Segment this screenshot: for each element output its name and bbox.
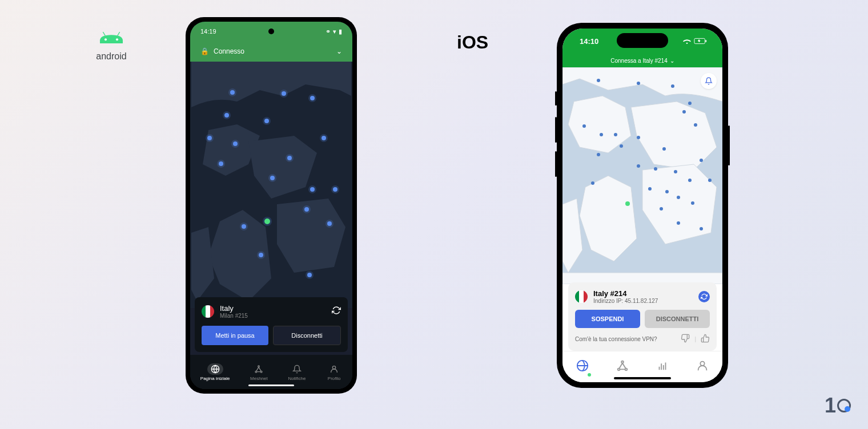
- svg-line-2: [103, 32, 105, 36]
- android-gesture-handle[interactable]: [248, 385, 294, 386]
- nav-home[interactable]: [576, 359, 589, 374]
- ios-location-card: Italy #214 Indirizzo IP: 45.11.82.127 SO…: [568, 282, 717, 351]
- android-robot-icon: [91, 27, 131, 50]
- ios-device: 14:10 Connessa a Italy #214 ⌄: [557, 23, 728, 388]
- refresh-icon[interactable]: [332, 306, 341, 317]
- android-bottom-nav: Pagina iniziale Meshnet Notifiche Profil…: [190, 355, 352, 389]
- location-ip: Indirizzo IP: 45.11.82.127: [593, 298, 658, 304]
- nav-home[interactable]: Pagina iniziale: [200, 363, 230, 381]
- europe-map-dark: [190, 62, 352, 308]
- location-server: Milan #215: [220, 313, 248, 319]
- italy-flag-icon: [202, 305, 214, 318]
- svg-point-0: [105, 38, 107, 41]
- italy-flag-icon: [575, 290, 588, 303]
- connected-label: Connesso: [214, 47, 244, 55]
- nav-profile[interactable]: Profilo: [326, 363, 342, 381]
- refresh-icon[interactable]: [698, 291, 710, 302]
- svg-line-22: [620, 363, 623, 368]
- globe-icon: [211, 365, 220, 374]
- europe-map-light: [562, 67, 722, 284]
- location-country: Italy: [220, 304, 248, 313]
- android-logo: android: [91, 27, 131, 62]
- svg-point-8: [255, 371, 257, 373]
- nav-profile[interactable]: [696, 359, 709, 374]
- android-map[interactable]: [190, 62, 352, 308]
- battery-icon: [694, 38, 708, 44]
- profile-icon: [329, 365, 339, 374]
- watermark: 1: [825, 394, 851, 418]
- svg-point-21: [625, 369, 628, 371]
- chevron-down-icon: ⌄: [670, 58, 674, 64]
- wifi-icon: ▾: [333, 28, 336, 35]
- vpn-icon: ⚭: [326, 28, 331, 35]
- svg-line-11: [259, 367, 261, 371]
- disconnect-button[interactable]: Disconnetti: [273, 326, 341, 345]
- svg-point-1: [116, 38, 118, 41]
- svg-point-20: [618, 369, 620, 371]
- location-server: Italy #214: [593, 289, 658, 298]
- pause-button[interactable]: SOSPENDI: [575, 310, 640, 328]
- thumbs-down-icon[interactable]: [681, 334, 690, 344]
- android-location-card: Italy Milan #215 Metti in pausa Disconne…: [195, 297, 348, 352]
- ios-label: iOS: [457, 32, 488, 53]
- notifications-button[interactable]: [701, 73, 717, 89]
- ios-map[interactable]: [562, 67, 722, 284]
- battery-icon: ▮: [339, 28, 342, 35]
- svg-point-13: [332, 366, 335, 369]
- svg-line-3: [118, 32, 120, 36]
- mesh-icon: [254, 365, 263, 374]
- svg-line-10: [256, 367, 259, 371]
- bell-icon: [705, 77, 713, 85]
- svg-point-9: [261, 371, 263, 373]
- lock-icon: 🔒: [200, 47, 209, 55]
- status-time: 14:10: [580, 37, 598, 46]
- feedback-question: Com'è la tua connessione VPN?: [575, 336, 657, 342]
- disconnect-button[interactable]: DISCONNETTI: [645, 310, 710, 328]
- thumbs-up-icon[interactable]: [701, 334, 710, 344]
- mesh-icon: [616, 359, 629, 372]
- android-label: android: [96, 51, 126, 62]
- ios-connected-bar[interactable]: Connessa a Italy #214 ⌄: [562, 54, 722, 67]
- globe-icon: [576, 359, 589, 372]
- profile-icon: [696, 359, 709, 372]
- nav-stats[interactable]: [656, 359, 669, 374]
- chevron-down-icon[interactable]: ⌄: [336, 47, 342, 55]
- bell-icon: [292, 365, 302, 374]
- nav-meshnet[interactable]: [616, 359, 629, 374]
- android-device: 14:19 ⚭ ▾ ▮ 🔒 Connesso ⌄: [186, 17, 357, 394]
- svg-line-23: [622, 363, 626, 368]
- svg-point-7: [258, 366, 260, 367]
- nav-meshnet[interactable]: Meshnet: [250, 363, 268, 381]
- nav-notifications[interactable]: Notifiche: [288, 363, 306, 381]
- ios-gesture-handle[interactable]: [614, 377, 671, 379]
- svg-point-29: [700, 362, 704, 366]
- svg-point-19: [621, 361, 624, 363]
- stats-icon: [656, 359, 669, 372]
- android-connected-bar[interactable]: 🔒 Connesso ⌄: [190, 41, 352, 62]
- connected-label: Connessa a Italy #214: [610, 58, 668, 64]
- pause-button[interactable]: Metti in pausa: [202, 326, 268, 345]
- wifi-icon: [682, 38, 692, 44]
- status-time: 14:19: [200, 28, 216, 35]
